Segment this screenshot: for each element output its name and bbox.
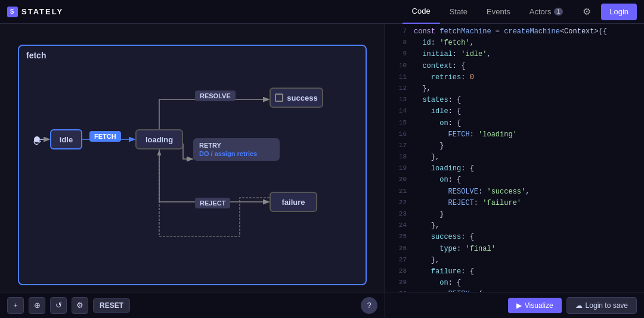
visualize-button[interactable]: ▶ Visualize bbox=[508, 298, 562, 313]
code-line-21: 21 RESOLVE: 'success', bbox=[385, 186, 644, 198]
code-line-15: 15 on: { bbox=[385, 118, 644, 129]
tab-events[interactable]: Events bbox=[477, 0, 520, 24]
settings-button[interactable]: ⚙ bbox=[577, 2, 596, 21]
code-bottom-bar: ▶ Visualize ☁ Login to save bbox=[385, 292, 644, 318]
tab-actors[interactable]: Actors 1 bbox=[520, 0, 572, 24]
tab-state[interactable]: State bbox=[440, 0, 477, 24]
code-line-18: 18 }, bbox=[385, 152, 644, 163]
code-line-23: 23 } bbox=[385, 209, 644, 220]
diagram-panel: fetch ⟳ bbox=[0, 24, 385, 318]
code-line-8: 8 id: 'fetch', bbox=[385, 38, 644, 49]
state-success[interactable]: success bbox=[270, 88, 323, 108]
code-line-28: 28 failure: { bbox=[385, 266, 644, 278]
code-line-27: 27 }, bbox=[385, 255, 644, 266]
visualize-icon: ▶ bbox=[516, 301, 522, 310]
tab-code[interactable]: Code bbox=[402, 0, 440, 24]
fetch-event-label: FETCH bbox=[89, 131, 121, 142]
initial-indicator: ⟳ bbox=[33, 136, 41, 148]
code-line-13: 13 states: { bbox=[385, 95, 644, 106]
state-idle[interactable]: idle bbox=[50, 129, 82, 149]
login-button[interactable]: Login bbox=[601, 4, 637, 20]
code-line-20: 20 on: { bbox=[385, 174, 644, 186]
code-editor[interactable]: 7 const fetchMachine = createMachine<Con… bbox=[385, 24, 644, 292]
login-to-save-button[interactable]: ☁ Login to save bbox=[566, 297, 637, 314]
reset-button[interactable]: RESET bbox=[93, 298, 130, 313]
state-loading[interactable]: loading bbox=[135, 129, 183, 149]
retry-action: DO / assign retries bbox=[199, 150, 274, 157]
main-content: fetch ⟳ bbox=[0, 24, 644, 318]
code-line-16: 16 FETCH: 'loading' bbox=[385, 129, 644, 141]
code-line-9: 9 initial: 'idle', bbox=[385, 49, 644, 60]
code-line-19: 19 loading: { bbox=[385, 163, 644, 174]
logo-icon: S bbox=[7, 7, 18, 17]
actors-badge: 1 bbox=[554, 8, 564, 15]
move-button[interactable]: ⊕ bbox=[29, 297, 45, 314]
header: S STATELY Code State Events Actors 1 ⚙ L… bbox=[0, 0, 644, 24]
machine-title: fetch bbox=[26, 51, 46, 60]
code-line-29: 29 on: { bbox=[385, 278, 644, 289]
help-button[interactable]: ? bbox=[361, 297, 377, 314]
code-line-26: 26 type: 'final' bbox=[385, 244, 644, 255]
logo: S STATELY bbox=[7, 7, 63, 17]
reject-event-label: REJECT bbox=[195, 198, 230, 208]
state-failure[interactable]: failure bbox=[270, 192, 317, 212]
header-nav: Code State Events Actors 1 bbox=[402, 0, 573, 24]
success-final-icon bbox=[275, 93, 283, 102]
header-actions: ⚙ Login bbox=[577, 2, 637, 21]
retry-event-box: RETRY DO / assign retries bbox=[193, 138, 280, 161]
code-line-24: 24 }, bbox=[385, 220, 644, 232]
logo-text: STATELY bbox=[21, 7, 63, 16]
toolbar-settings-button[interactable]: ⚙ bbox=[72, 297, 88, 314]
diagram-canvas[interactable]: fetch ⟳ bbox=[0, 24, 385, 318]
retry-title: RETRY bbox=[199, 142, 274, 149]
add-button[interactable]: + bbox=[7, 297, 24, 314]
diagram-arrows bbox=[19, 46, 366, 284]
code-line-7: 7 const fetchMachine = createMachine<Con… bbox=[385, 26, 644, 38]
save-icon: ☁ bbox=[575, 301, 583, 310]
code-line-17: 17 } bbox=[385, 141, 644, 152]
resolve-event-label: RESOLVE bbox=[195, 91, 236, 101]
code-line-12: 12 }, bbox=[385, 83, 644, 95]
code-line-10: 10 context: { bbox=[385, 61, 644, 72]
code-line-22: 22 REJECT: 'failure' bbox=[385, 198, 644, 209]
code-panel: 7 const fetchMachine = createMachine<Con… bbox=[385, 24, 644, 318]
diagram-toolbar: + ⊕ ↺ ⚙ RESET ? bbox=[0, 292, 385, 318]
refresh-button[interactable]: ↺ bbox=[50, 297, 67, 314]
code-line-25: 25 success: { bbox=[385, 232, 644, 243]
code-line-11: 11 retries: 0 bbox=[385, 72, 644, 83]
code-line-14: 14 idle: { bbox=[385, 106, 644, 117]
fetch-machine-box: fetch ⟳ bbox=[18, 45, 367, 285]
